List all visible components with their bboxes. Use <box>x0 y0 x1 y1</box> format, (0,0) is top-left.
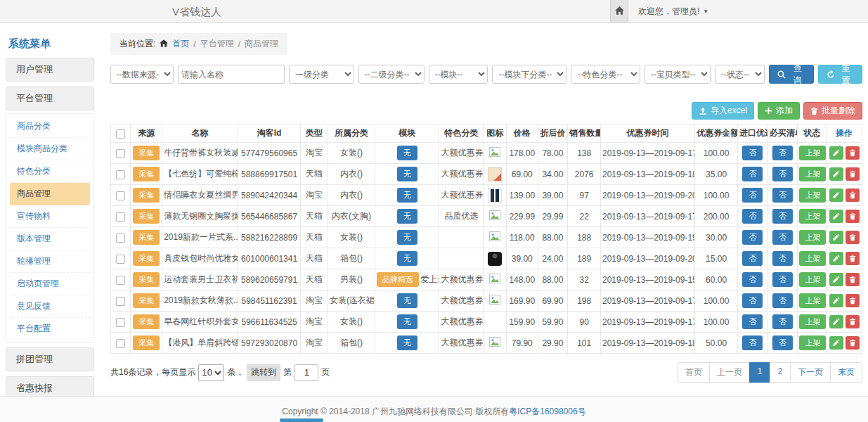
row-checkbox[interactable] <box>116 212 125 222</box>
breadcrumb-home-link[interactable]: 首页 <box>172 38 189 50</box>
delete-button[interactable] <box>846 188 860 202</box>
delete-button[interactable] <box>846 252 860 265</box>
must-buy-toggle-button[interactable]: 否 <box>772 230 793 245</box>
row-checkbox[interactable] <box>116 191 125 200</box>
name-input[interactable] <box>178 65 285 84</box>
batch-delete-button[interactable]: 批量删除 <box>803 102 862 120</box>
delete-button[interactable] <box>846 167 860 181</box>
delete-button[interactable] <box>846 294 860 307</box>
pager-button[interactable]: 上一页 <box>709 362 750 383</box>
edit-button[interactable] <box>829 315 843 328</box>
search-button[interactable]: 查询 <box>769 65 813 84</box>
must-buy-toggle-button[interactable]: 否 <box>772 188 793 203</box>
level2-category-select[interactable]: --二级分类-- <box>358 65 425 84</box>
module-select[interactable]: --模块-- <box>429 65 488 84</box>
jump-button[interactable]: 跳转到 <box>247 364 280 381</box>
user-menu[interactable]: 欢迎您，管理员! ▼ <box>628 0 708 23</box>
sidebar-item[interactable]: 模块商品分类 <box>10 138 90 160</box>
edit-button[interactable] <box>829 188 843 202</box>
reset-button[interactable]: 重置 <box>818 65 862 84</box>
status-on-shelf-button[interactable]: 上架 <box>799 188 826 203</box>
feature-category-select[interactable]: --特色分类-- <box>571 65 640 84</box>
sidebar-item[interactable]: 意见反馈 <box>10 295 90 318</box>
must-buy-toggle-button[interactable]: 否 <box>772 209 793 224</box>
status-on-shelf-button[interactable]: 上架 <box>799 209 826 224</box>
sidebar-item[interactable]: 平台配置 <box>10 318 90 340</box>
row-checkbox[interactable] <box>116 276 125 285</box>
import-excel-button[interactable]: 导入excel <box>692 102 754 120</box>
edit-button[interactable] <box>829 273 843 286</box>
sidebar-group-1[interactable]: 平台管理 <box>6 87 94 110</box>
delete-button[interactable] <box>846 336 860 350</box>
row-checkbox[interactable] <box>116 255 125 264</box>
must-buy-toggle-button[interactable]: 否 <box>772 251 793 266</box>
row-checkbox[interactable] <box>116 318 125 327</box>
status-on-shelf-button[interactable]: 上架 <box>799 293 826 308</box>
delete-button[interactable] <box>846 146 860 160</box>
must-buy-toggle-button[interactable]: 否 <box>772 272 793 287</box>
icp-link[interactable]: 粤ICP备16098006号 <box>509 407 585 416</box>
pager-button[interactable]: 首页 <box>678 362 710 383</box>
delete-button[interactable] <box>846 315 860 328</box>
must-buy-toggle-button[interactable]: 否 <box>772 335 793 350</box>
module-sub-category-select[interactable]: --模块下分类-- <box>492 65 566 84</box>
must-buy-toggle-button[interactable]: 否 <box>772 314 793 329</box>
select-all-checkbox[interactable] <box>116 129 125 139</box>
edit-button[interactable] <box>829 146 843 160</box>
edit-button[interactable] <box>829 336 843 350</box>
status-on-shelf-button[interactable]: 上架 <box>799 335 826 350</box>
pager-button[interactable]: 1 <box>749 362 770 383</box>
sidebar-item[interactable]: 商品分类 <box>10 115 90 138</box>
jump-page-input[interactable] <box>294 364 318 381</box>
row-checkbox[interactable] <box>116 170 125 179</box>
status-on-shelf-button[interactable]: 上架 <box>799 167 826 181</box>
sidebar-item[interactable]: 商品管理 <box>10 183 90 205</box>
pager-button[interactable]: 2 <box>770 362 791 383</box>
import-toggle-button[interactable]: 否 <box>742 251 763 266</box>
edit-button[interactable] <box>829 167 843 181</box>
edit-button[interactable] <box>829 252 843 265</box>
delete-button[interactable] <box>846 273 860 286</box>
status-on-shelf-button[interactable]: 上架 <box>799 251 826 266</box>
import-toggle-button[interactable]: 否 <box>742 230 763 245</box>
sidebar-item[interactable]: 宣传物料 <box>10 205 90 228</box>
status-on-shelf-button[interactable]: 上架 <box>799 314 826 329</box>
must-buy-toggle-button[interactable]: 否 <box>772 146 793 160</box>
row-checkbox[interactable] <box>116 234 125 243</box>
import-toggle-button[interactable]: 否 <box>742 293 763 308</box>
per-page-select[interactable]: 10 <box>198 364 224 381</box>
sidebar-group-2[interactable]: 拼团管理 <box>6 347 94 371</box>
edit-button[interactable] <box>829 210 843 223</box>
import-toggle-button[interactable]: 否 <box>742 335 763 350</box>
status-on-shelf-button[interactable]: 上架 <box>799 146 826 160</box>
import-toggle-button[interactable]: 否 <box>742 146 763 160</box>
level1-category-select[interactable]: 一级分类 <box>289 65 354 84</box>
scrollbar-thumb[interactable] <box>280 418 323 422</box>
home-button[interactable] <box>610 0 628 23</box>
pager-button[interactable]: 末页 <box>830 362 862 383</box>
must-buy-toggle-button[interactable]: 否 <box>772 293 793 308</box>
sidebar-item[interactable]: 特色分类 <box>10 160 90 183</box>
sidebar-group-3[interactable]: 省惠快报 <box>6 376 94 396</box>
import-toggle-button[interactable]: 否 <box>742 272 763 287</box>
add-button[interactable]: 添加 <box>758 102 800 120</box>
import-toggle-button[interactable]: 否 <box>742 188 763 203</box>
must-buy-toggle-button[interactable]: 否 <box>772 167 793 181</box>
data-source-select[interactable]: --数据来源-- <box>110 65 174 84</box>
import-toggle-button[interactable]: 否 <box>742 314 763 329</box>
delete-button[interactable] <box>846 231 860 244</box>
import-toggle-button[interactable]: 否 <box>742 167 763 181</box>
sidebar-group-0[interactable]: 用户管理 <box>6 58 94 82</box>
status-select[interactable]: --状态-- <box>715 65 765 84</box>
edit-button[interactable] <box>829 294 843 307</box>
row-checkbox[interactable] <box>116 297 125 306</box>
import-toggle-button[interactable]: 否 <box>742 209 763 224</box>
status-on-shelf-button[interactable]: 上架 <box>799 230 826 245</box>
row-checkbox[interactable] <box>116 149 125 158</box>
row-checkbox[interactable] <box>116 339 125 348</box>
edit-button[interactable] <box>829 231 843 244</box>
pager-button[interactable]: 下一页 <box>790 362 831 383</box>
sidebar-item[interactable]: 轮播管理 <box>10 250 90 273</box>
sidebar-item[interactable]: 启动页管理 <box>10 273 90 295</box>
item-type-select[interactable]: --宝贝类型-- <box>644 65 711 84</box>
